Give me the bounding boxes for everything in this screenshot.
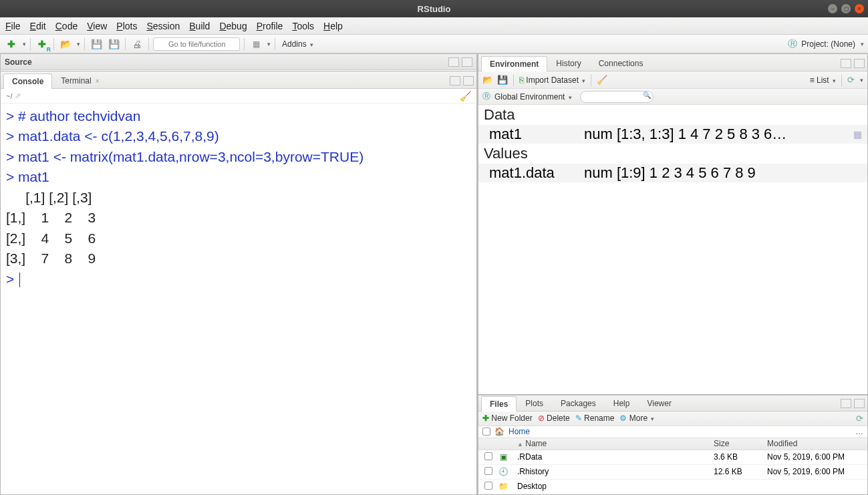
minimize-button[interactable]: – — [828, 4, 837, 13]
maximize-pane-icon[interactable] — [462, 57, 472, 67]
clear-workspace-icon[interactable]: 🧹 — [597, 75, 607, 85]
minimize-pane-icon[interactable] — [448, 57, 459, 67]
maximize-button[interactable]: ◻ — [841, 4, 851, 13]
menu-view[interactable]: View — [87, 21, 107, 31]
menu-build[interactable]: Build — [189, 21, 210, 31]
col-modified[interactable]: Modified — [767, 439, 867, 448]
env-row[interactable]: mat1.datanum [1:9] 1 2 3 4 5 6 7 8 9 — [478, 164, 867, 182]
menu-debug[interactable]: Debug — [219, 21, 247, 31]
separator — [513, 74, 514, 86]
grid-icon[interactable]: ▦ — [249, 37, 263, 51]
file-checkbox[interactable] — [484, 467, 492, 475]
save-icon[interactable]: 💾 — [89, 37, 104, 51]
source-label: Source — [5, 57, 32, 67]
rename-button[interactable]: ✎ Rename — [575, 414, 615, 423]
file-type-icon: 📁 — [498, 482, 515, 491]
chevron-down-icon[interactable]: ▾ — [860, 77, 863, 84]
file-checkbox[interactable] — [484, 452, 492, 460]
r-logo-icon: Ⓡ — [788, 38, 797, 50]
separator — [148, 38, 149, 50]
tab-plots[interactable]: Plots — [517, 395, 552, 411]
grid-icon[interactable]: ▦ — [849, 129, 862, 140]
menu-plots[interactable]: Plots — [116, 21, 137, 31]
separator — [275, 38, 275, 50]
menu-code[interactable]: Code — [55, 21, 78, 31]
separator — [53, 38, 54, 50]
list-view-button[interactable]: ≡ List ▾ — [810, 75, 836, 85]
new-project-icon[interactable]: ✚R — [35, 37, 49, 51]
tab-environment[interactable]: Environment — [481, 56, 547, 71]
maximize-pane-icon[interactable] — [854, 399, 865, 408]
load-workspace-icon[interactable]: 📂 — [482, 75, 493, 85]
refresh-icon[interactable]: ⟳ — [856, 414, 863, 424]
tab-console[interactable]: Console — [3, 73, 52, 89]
save-workspace-icon[interactable]: 💾 — [497, 75, 508, 85]
tab-viewer[interactable]: Viewer — [638, 395, 680, 411]
close-button[interactable]: × — [855, 4, 864, 13]
tab-connections[interactable]: Connections — [590, 55, 652, 71]
import-dataset-button[interactable]: ⎘ Import Dataset ▾ — [519, 75, 585, 85]
goto-file-input[interactable] — [153, 37, 240, 51]
menu-session[interactable]: Session — [146, 21, 180, 31]
minimize-pane-icon[interactable] — [450, 76, 460, 86]
more-path-icon[interactable]: … — [855, 427, 863, 436]
addins-button[interactable]: Addins ▾ — [279, 39, 316, 49]
delete-button[interactable]: ⊘ Delete — [538, 414, 570, 423]
minimize-pane-icon[interactable] — [841, 59, 851, 68]
files-breadcrumb: 🏠 Home … — [478, 426, 867, 438]
files-tabs: Files Plots Packages Help Viewer — [478, 395, 867, 411]
more-button[interactable]: ⚙ More ▾ — [619, 414, 654, 423]
select-all-checkbox[interactable] — [482, 428, 490, 436]
breadcrumb-home[interactable]: Home — [509, 427, 530, 436]
console-tabs: Console Terminal× — [1, 71, 476, 89]
file-row[interactable]: 📁Desktop — [478, 480, 867, 494]
popout-icon[interactable]: ⇗ — [15, 92, 21, 100]
project-menu[interactable]: Ⓡ Project: (None) ▾ — [788, 38, 864, 50]
env-scope-button[interactable]: Global Environment ▾ — [494, 92, 572, 102]
col-size[interactable]: Size — [714, 439, 767, 448]
menu-edit[interactable]: Edit — [30, 21, 46, 31]
save-all-icon[interactable]: 💾 — [106, 37, 121, 51]
open-file-icon[interactable]: 📂 — [58, 37, 73, 51]
maximize-pane-icon[interactable] — [854, 59, 865, 68]
separator — [125, 38, 126, 50]
tab-files[interactable]: Files — [481, 396, 517, 411]
env-search-input[interactable] — [580, 91, 654, 103]
menu-help[interactable]: Help — [323, 21, 343, 31]
file-row[interactable]: ▣.RData3.6 KBNov 5, 2019, 6:00 PM — [478, 450, 867, 465]
menu-profile[interactable]: Profile — [257, 21, 283, 31]
separator — [244, 38, 245, 50]
console-body[interactable]: > # author techvidvan > mat1.data <- c(1… — [1, 104, 476, 494]
goto-file-wrap — [153, 37, 240, 51]
env-subbar: Ⓡ Global Environment ▾ — [478, 89, 867, 105]
tab-terminal[interactable]: Terminal× — [52, 73, 108, 88]
tab-help[interactable]: Help — [605, 395, 639, 411]
menu-file[interactable]: File — [5, 21, 21, 31]
clear-console-icon[interactable]: 🧹 — [460, 91, 471, 102]
maximize-pane-icon[interactable] — [463, 76, 474, 86]
file-name[interactable]: Desktop — [515, 482, 714, 491]
refresh-icon[interactable]: ⟳ — [847, 75, 855, 85]
chevron-down-icon[interactable]: ▾ — [23, 41, 26, 47]
tab-packages[interactable]: Packages — [552, 395, 605, 411]
file-name[interactable]: .Rhistory — [515, 467, 714, 476]
file-modified: Nov 5, 2019, 6:00 PM — [767, 467, 867, 476]
env-row[interactable]: mat1num [1:3, 1:3] 1 4 7 2 5 8 3 6…▦ — [478, 125, 867, 144]
window-titlebar: RStudio – ◻ × — [0, 0, 868, 17]
col-name[interactable]: ▲ Name — [515, 439, 714, 448]
home-icon[interactable]: 🏠 — [494, 427, 504, 436]
chevron-down-icon[interactable]: ▾ — [267, 41, 271, 47]
close-icon[interactable]: × — [96, 77, 100, 85]
new-file-icon[interactable]: ✚ — [4, 37, 19, 51]
file-row[interactable]: 🕘.Rhistory12.6 KBNov 5, 2019, 6:00 PM — [478, 465, 867, 480]
file-name[interactable]: .RData — [515, 452, 714, 462]
chevron-down-icon: ▾ — [569, 94, 572, 101]
tab-history[interactable]: History — [547, 55, 589, 71]
env-body: Datamat1num [1:3, 1:3] 1 4 7 2 5 8 3 6…▦… — [478, 105, 867, 394]
menu-tools[interactable]: Tools — [292, 21, 314, 31]
file-checkbox[interactable] — [484, 482, 492, 490]
new-folder-button[interactable]: ✚ New Folder — [482, 414, 533, 423]
chevron-down-icon[interactable]: ▾ — [77, 41, 80, 47]
print-icon[interactable]: 🖨 — [130, 37, 144, 51]
minimize-pane-icon[interactable] — [841, 399, 851, 408]
